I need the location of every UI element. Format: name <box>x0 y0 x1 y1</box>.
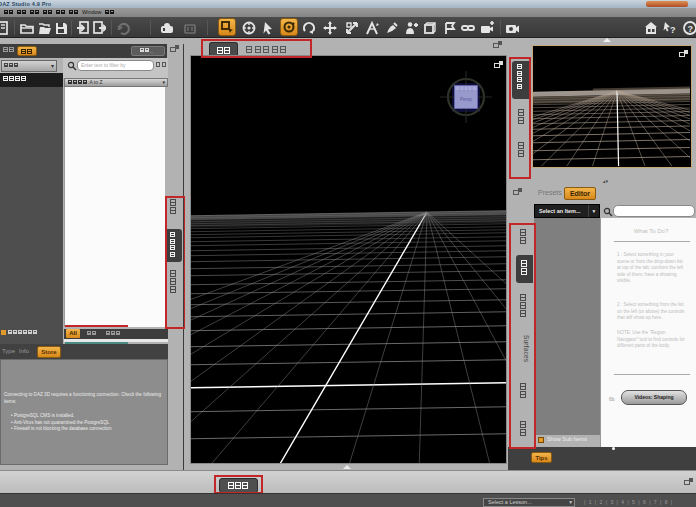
svg-text:?: ? <box>688 23 694 33</box>
svg-text:?: ? <box>670 25 676 35</box>
svg-text:Persp: Persp <box>460 97 472 102</box>
